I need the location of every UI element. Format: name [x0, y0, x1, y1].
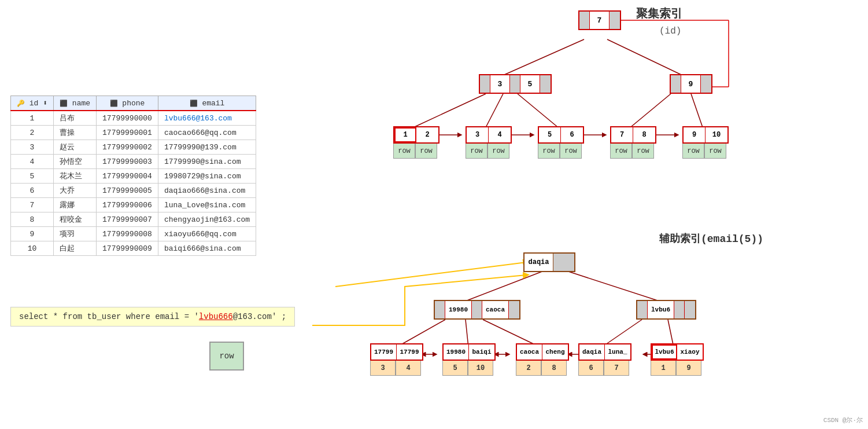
th-email: ⬛ email [158, 96, 256, 111]
cell-email: xiaoyu666@qq.com [158, 227, 256, 241]
sec-key-19980: 19980 [444, 344, 469, 360]
svg-line-22 [335, 262, 526, 287]
cell-email: lvbu666@163.com [158, 111, 256, 126]
table-row: 9项羽17799990008xiaoyu666@qq.com [11, 227, 256, 241]
cell-name: 曹操 [54, 126, 97, 140]
table-row: 4孙悟空1779999000317799990@sina.com [11, 155, 256, 169]
cell-id: 8 [11, 212, 54, 227]
node-cell-gray [671, 75, 681, 93]
sec-id-4: 4 [396, 361, 421, 376]
node-cell-gray [480, 75, 490, 93]
leaf-key-9: 9 [684, 127, 706, 142]
secondary-level1-right: lvbu6 [636, 300, 696, 320]
cell-email: caocao666@qq.com [158, 126, 256, 140]
table-row: 8程咬金17799990007chengyaojin@163.com [11, 212, 256, 227]
th-phone: ⬛ phone [97, 96, 158, 111]
clustered-level1-right: 9 [670, 74, 712, 94]
clustered-index-sub: (id) [659, 26, 681, 36]
clustered-index-label: 聚集索引 [636, 6, 682, 21]
cell-id: 9 [11, 227, 54, 241]
clustered-level1-left: 3 5 [479, 74, 552, 94]
row-legend-box: row [209, 342, 244, 371]
cell-phone: 17799990009 [97, 241, 158, 256]
sec-node-gray [553, 254, 564, 271]
leaf-key-5: 5 [539, 127, 561, 142]
cell-id: 10 [11, 241, 54, 256]
cell-email: baiqi666@sina.com [158, 241, 256, 256]
sec-key-17799b: 17799 [397, 344, 422, 360]
sec-key-cheng: cheng [542, 344, 568, 360]
sec-id-2: 2 [516, 361, 541, 376]
cell-phone: 17799990007 [97, 212, 158, 227]
sec-cell-19980: 19980 [445, 301, 472, 318]
clustered-root-node: 7 [578, 10, 621, 30]
cell-name: 花木兰 [54, 169, 97, 184]
node-cell-gray [579, 12, 590, 29]
cell-id: 7 [11, 198, 54, 212]
table-row: 6大乔17799990005daqiao666@sina.com [11, 184, 256, 198]
clustered-leaf-5-6: 5 6 row row [538, 126, 584, 159]
sec-key-17799a: 17799 [371, 344, 397, 360]
leaf-row-3: row [466, 144, 487, 159]
secondary-leaf-caoca: caoca cheng 2 8 [516, 343, 569, 376]
sec-key-baiqi: baiqi [469, 344, 494, 360]
leaf-row-8: row [632, 144, 654, 159]
svg-line-1 [607, 39, 682, 75]
sec-key-caoca: caoca [517, 344, 542, 360]
data-table: 🔑 id ⬍ ⬛ name ⬛ phone ⬛ email 1吕布1779999… [10, 96, 256, 256]
svg-line-2 [413, 94, 486, 127]
svg-line-3 [486, 94, 503, 127]
svg-line-5 [630, 94, 671, 127]
secondary-index-label: 辅助索引(email(5)) [659, 232, 763, 245]
cell-id: 5 [11, 169, 54, 184]
cell-phone: 17799990000 [97, 111, 158, 126]
node-cell-gray [510, 75, 520, 93]
sec-id-8: 8 [541, 361, 567, 376]
cell-email: 17799990@sina.com [158, 155, 256, 169]
table-row: 1吕布17799990000lvbu666@163.com [11, 111, 256, 126]
leaf-key-8: 8 [633, 127, 655, 142]
node-cell-7: 7 [590, 12, 610, 29]
sec-id-3: 3 [370, 361, 396, 376]
cell-id: 4 [11, 155, 54, 169]
leaf-key-2: 2 [416, 127, 438, 142]
node-cell-gray2 [610, 12, 620, 29]
leaf-row-9: row [682, 144, 704, 159]
svg-line-4 [518, 94, 558, 127]
leaf-row-7: row [610, 144, 632, 159]
cell-name: 白起 [54, 241, 97, 256]
secondary-leaf-17799: 17799 17799 3 4 [370, 343, 423, 376]
sec-node-daqia: daqia [525, 254, 553, 271]
cell-phone: 17799990006 [97, 198, 158, 212]
secondary-leaf-19980: 19980 baiqi 5 10 [442, 343, 496, 376]
table-row: 2曹操17799990001caocao666@qq.com [11, 126, 256, 140]
svg-line-6 [691, 94, 703, 127]
sql-text: select * from tb_user where email = 'lvb… [19, 312, 286, 321]
cell-phone: 17799990003 [97, 155, 158, 169]
watermark: CSDN @尔·尔 [823, 416, 863, 424]
sec-cell-gray3 [509, 301, 519, 318]
sec-cell-gray [435, 301, 445, 318]
sec-key-xiaoy: xiaoy [677, 344, 703, 360]
node-cell-5: 5 [520, 75, 540, 93]
cell-id: 3 [11, 140, 54, 155]
sec-id-9: 9 [676, 361, 701, 376]
cell-email: 19980729@sina.com [158, 169, 256, 184]
sec-node-gray2 [564, 254, 574, 271]
cell-name: 孙悟空 [54, 155, 97, 169]
leaf-key-1: 1 [394, 127, 416, 142]
cell-name: 露娜 [54, 198, 97, 212]
leaf-key-7: 7 [611, 127, 633, 142]
table-row: 5花木兰1779999000419980729@sina.com [11, 169, 256, 184]
clustered-leaf-9-10: 9 10 row row [682, 126, 729, 159]
cell-email: chengyaojin@163.com [158, 212, 256, 227]
node-cell-9: 9 [681, 75, 701, 93]
cell-phone: 17799990001 [97, 126, 158, 140]
cell-email: 17799990@139.com [158, 140, 256, 155]
sec-cell-gray4 [674, 301, 685, 318]
th-id: 🔑 id ⬍ [11, 96, 54, 111]
leaf-row-2: row [415, 144, 437, 159]
sec-id-1: 1 [651, 361, 676, 376]
table-row: 3赵云1779999000217799990@139.com [11, 140, 256, 155]
cell-name: 吕布 [54, 111, 97, 126]
